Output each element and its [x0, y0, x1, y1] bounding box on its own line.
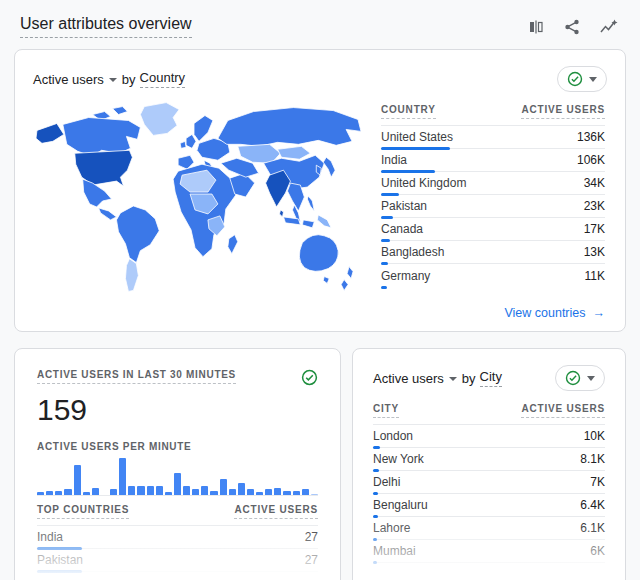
table-row: India 27 — [37, 526, 318, 549]
minute-bar — [92, 488, 99, 495]
map-alaska — [36, 123, 64, 143]
minute-bar — [156, 486, 163, 495]
by-label: by — [462, 371, 476, 386]
map-australia — [299, 235, 338, 272]
bottom-card-row: ACTIVE USERS IN LAST 30 MINUTES 159 ACTI… — [14, 348, 626, 580]
minute-bar — [256, 492, 263, 495]
table-row: India 106K — [381, 149, 605, 172]
minute-bar — [201, 486, 208, 495]
metric-caret-icon — [109, 78, 117, 82]
top-countries-column-header[interactable]: TOP COUNTRIES — [37, 504, 129, 519]
minute-bar — [110, 489, 117, 495]
realtime-title[interactable]: ACTIVE USERS IN LAST 30 MINUTES — [37, 369, 236, 384]
header-toolbar — [526, 17, 618, 37]
table-row: Delhi 7K — [373, 471, 605, 494]
check-circle-icon — [565, 370, 581, 386]
minute-bar — [147, 486, 154, 495]
minute-bar — [128, 486, 135, 495]
minute-bar — [311, 494, 318, 495]
page-title: User attributes overview — [20, 15, 192, 38]
insights-icon[interactable] — [598, 17, 618, 37]
country-card: Active users by Country — [14, 49, 626, 332]
row-share-bar — [373, 561, 377, 564]
map-brazil — [116, 206, 159, 263]
chevron-down-icon — [587, 376, 595, 381]
active-users-per-minute-chart — [37, 458, 318, 496]
page-header: User attributes overview — [0, 0, 640, 49]
check-circle-icon — [567, 71, 583, 87]
city-card-title: Active users by City — [373, 369, 502, 387]
map-russia — [218, 108, 361, 147]
table-row: Lahore 6.1K — [373, 517, 605, 540]
per-minute-chart-title: ACTIVE USERS PER MINUTE — [37, 441, 318, 452]
map-greenland — [140, 103, 179, 136]
minute-bar — [165, 492, 172, 495]
active-users-column-header[interactable]: ACTIVE USERS — [234, 504, 318, 519]
active-users-column-header[interactable]: ACTIVE USERS — [521, 403, 605, 418]
table-row: Canada 17K — [381, 218, 605, 241]
table-row: Pakistan 27 — [37, 549, 318, 572]
minute-bar — [137, 486, 144, 495]
map-india — [266, 170, 291, 207]
active-users-column-header[interactable]: ACTIVE USERS — [521, 104, 605, 119]
table-row: Mumbai 6K — [373, 540, 605, 563]
map-japan — [323, 157, 335, 177]
minute-bar — [293, 491, 300, 495]
city-card: Active users by City CITY ACTIVE USERS L… — [352, 348, 626, 580]
share-icon[interactable] — [562, 17, 582, 37]
world-map — [33, 100, 363, 300]
map-argentina — [125, 259, 138, 292]
minute-bar — [74, 465, 81, 495]
minute-bar — [210, 491, 217, 495]
minute-bar — [229, 489, 236, 495]
minute-bar — [265, 489, 272, 495]
row-share-bar — [381, 286, 387, 289]
minute-bar — [64, 489, 71, 495]
table-row: Pakistan 23K — [381, 195, 605, 218]
minute-bar — [247, 489, 254, 495]
check-circle-icon — [301, 369, 318, 386]
minute-bar — [238, 483, 245, 495]
minute-bar — [119, 458, 126, 495]
minute-bar — [37, 492, 44, 495]
table-row: London 10K — [373, 425, 605, 448]
active-users-count: 159 — [37, 395, 318, 425]
realtime-card: ACTIVE USERS IN LAST 30 MINUTES 159 ACTI… — [14, 348, 341, 580]
map-united-kingdom — [186, 134, 196, 148]
metric-caret-icon — [449, 377, 457, 381]
country-table: COUNTRY ACTIVE USERS United States 136K … — [381, 104, 605, 300]
view-countries-link[interactable]: View countries → — [504, 306, 605, 320]
minute-bar — [283, 491, 290, 495]
table-row: United States 136K — [381, 126, 605, 149]
minute-bar — [274, 488, 281, 495]
metric-selector[interactable]: Active users — [33, 72, 104, 87]
country-table-header: COUNTRY ACTIVE USERS — [381, 104, 605, 126]
minute-bar — [192, 489, 199, 495]
table-row: Bengaluru 6.4K — [373, 494, 605, 517]
country-column-header[interactable]: COUNTRY — [381, 104, 436, 119]
country-card-header: Active users by Country — [33, 66, 607, 92]
minute-bar — [220, 479, 227, 495]
table-row: Germany 11K — [381, 264, 605, 287]
city-table-header: CITY ACTIVE USERS — [373, 403, 605, 425]
city-card-header: Active users by City — [373, 365, 605, 391]
metric-selector[interactable]: Active users — [373, 371, 444, 386]
dimension-selector-country[interactable]: Country — [140, 70, 186, 88]
realtime-country-table: TOP COUNTRIES ACTIVE USERS India 27 Paki… — [37, 504, 318, 580]
by-label: by — [122, 72, 136, 87]
table-row: United Kingdom 34K — [381, 172, 605, 195]
minute-bar — [55, 491, 62, 495]
dimension-selector-city[interactable]: City — [480, 369, 502, 387]
realtime-table-header: TOP COUNTRIES ACTIVE USERS — [37, 504, 318, 526]
data-quality-dropdown[interactable] — [557, 66, 607, 92]
minute-bar — [302, 489, 309, 495]
chevron-down-icon — [589, 77, 597, 82]
country-card-body: COUNTRY ACTIVE USERS United States 136K … — [33, 100, 607, 300]
minute-bar — [174, 473, 181, 495]
comparison-icon[interactable] — [526, 17, 546, 37]
data-quality-dropdown[interactable] — [555, 365, 605, 391]
minute-bar — [46, 491, 53, 495]
table-row: Bangladesh 13K — [381, 241, 605, 264]
city-column-header[interactable]: CITY — [373, 403, 399, 418]
minute-bar — [83, 492, 90, 495]
